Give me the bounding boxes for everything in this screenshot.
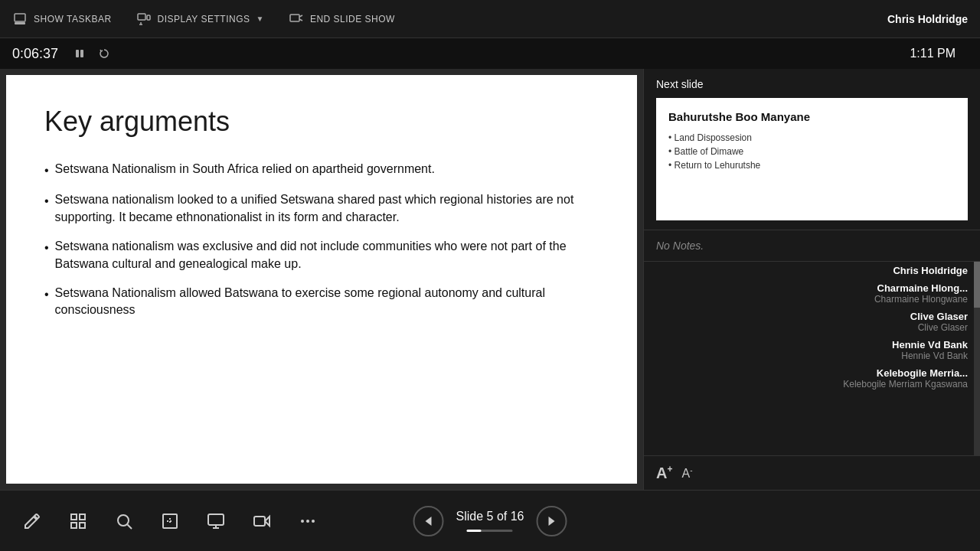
right-panel: Next slide Bahurutshe Boo Manyane • Land… [643,69,980,490]
bullet-item: •Setswana Nationalism allowed Batswana t… [44,285,599,319]
svg-line-16 [128,524,132,529]
next-slide-preview: Bahurutshe Boo Manyane • Land Dispossesi… [656,98,968,220]
slide-panel: Key arguments •Setswana Nationalism in S… [0,69,643,490]
end-slideshow-icon [289,11,304,27]
bullet-dot: • [44,193,49,226]
status-bar: 0:06:37 1:11 PM [0,38,980,69]
end-slideshow-label: END SLIDE SHOW [310,14,395,24]
svg-rect-6 [290,15,299,21]
participants-list: Chris Holdridge Charmaine Hlong... Charm… [644,262,980,393]
svg-rect-2 [138,14,145,20]
pause-button[interactable] [70,44,89,63]
svg-rect-9 [76,50,79,57]
show-taskbar-button[interactable]: SHOW TASKBAR [12,11,112,27]
more-tool-button[interactable] [294,507,322,535]
display-settings-arrow: ▼ [256,15,264,23]
slide-title: Key arguments [44,106,599,138]
list-item: Hennie Vd Bank Hennie Vd Bank [644,336,980,364]
reset-button[interactable] [95,44,113,63]
participant-light-name: Clive Glaser [918,322,968,333]
display-settings-label: DISPLAY SETTINGS [158,14,250,24]
svg-rect-3 [147,15,150,20]
taskbar-icon [12,11,28,27]
preview-bullet: • Return to Lehurutshe [668,160,956,171]
svg-point-15 [118,515,129,526]
progress-bar-container [467,530,513,532]
svg-rect-13 [71,523,77,528]
screen-tool-button[interactable] [202,507,230,535]
slide-content: Key arguments •Setswana Nationalism in S… [6,75,637,484]
svg-point-25 [301,520,304,523]
participant-bold-name: Kelebogile Merria... [877,367,968,379]
grid-tool-button[interactable] [64,507,92,535]
svg-rect-10 [80,50,83,57]
display-settings-button[interactable]: DISPLAY SETTINGS ▼ [136,11,264,27]
timer-controls [70,44,113,63]
list-item: Chris Holdridge [644,262,980,279]
font-increase-button[interactable]: A+ [656,464,672,482]
svg-rect-11 [71,514,77,520]
participants-section: Chris Holdridge Charmaine Hlong... Charm… [644,262,980,455]
participant-light-name: Charmaine Hlongwane [874,294,968,305]
search-tool-button[interactable] [110,507,138,535]
bullet-text: Setswana nationalism was exclusive and d… [55,238,599,272]
next-slide-bullets: • Land Dispossesion• Battle of Dimawe• R… [668,132,956,171]
progress-bar [467,530,482,532]
pen-tool-button[interactable] [18,507,46,535]
bullet-text: Setswana Nationalism allowed Batswana to… [55,285,599,319]
nav-controls: Slide 5 of 16 [413,506,567,536]
bullet-text: Setswana Nationalism in South Africa rel… [55,161,435,179]
bullet-dot: • [44,240,49,272]
bullet-item: •Setswana nationalism was exclusive and … [44,238,599,272]
svg-marker-29 [548,517,554,526]
timer-display: 0:06:37 [12,46,58,62]
show-taskbar-label: SHOW TASKBAR [34,14,112,24]
bullet-item: •Setswana nationalism looked to a unifie… [44,191,599,226]
prev-slide-button[interactable] [413,506,444,536]
scrollbar-track[interactable] [974,262,980,455]
svg-rect-12 [80,514,85,520]
end-slideshow-button[interactable]: END SLIDE SHOW [289,11,395,27]
preview-bullet: • Battle of Dimawe [668,146,956,157]
notes-text: No Notes. [656,240,968,252]
list-item: Charmaine Hlong... Charmaine Hlongwane [644,279,980,308]
next-slide-button[interactable] [536,506,567,536]
video-tool-button[interactable] [248,507,276,535]
display-icon [136,11,152,27]
svg-rect-20 [208,514,224,525]
next-slide-label: Next slide [656,78,968,90]
slide-counter: Slide 5 of 16 [456,510,524,523]
participant-bold-name: Charmaine Hlong... [877,282,968,294]
slide-progress: Slide 5 of 16 [456,510,524,532]
notes-section: No Notes. [644,230,980,262]
participant-bold-name: Chris Holdridge [893,265,968,276]
next-slide-title: Bahurutshe Boo Manyane [668,110,956,123]
participant-bold-name: Clive Glaser [910,311,968,322]
pointer-tool-button[interactable] [156,507,184,535]
bullet-text: Setswana nationalism looked to a unified… [55,191,599,226]
scrollbar-thumb[interactable] [974,262,980,308]
bullets-container: •Setswana Nationalism in South Africa re… [44,161,599,319]
participant-bold-name: Hennie Vd Bank [892,339,968,350]
svg-rect-1 [15,22,25,24]
svg-marker-28 [426,517,432,526]
list-item: Clive Glaser Clive Glaser [644,308,980,336]
participant-light-name: Hennie Vd Bank [901,350,968,361]
font-controls: A+ A- [644,455,980,490]
svg-rect-0 [15,14,25,21]
bottom-toolbar: Slide 5 of 16 [0,490,980,551]
clock-display: 1:11 PM [910,47,956,60]
bullet-dot: • [44,286,49,319]
bullet-item: •Setswana Nationalism in South Africa re… [44,161,599,179]
font-decrease-button[interactable]: A- [681,466,692,481]
top-toolbar: SHOW TASKBAR DISPLAY SETTINGS ▼ END SLID… [0,0,980,38]
svg-rect-23 [254,517,265,526]
svg-point-27 [312,520,315,523]
svg-rect-14 [80,523,85,528]
svg-point-26 [306,520,309,523]
next-slide-section: Next slide Bahurutshe Boo Manyane • Land… [644,69,980,230]
bullet-dot: • [44,162,49,179]
preview-bullet: • Land Dispossesion [668,132,956,143]
presenter-name: Chris Holdridge [887,13,968,25]
participant-light-name: Kelebogile Merriam Kgaswana [843,379,968,390]
